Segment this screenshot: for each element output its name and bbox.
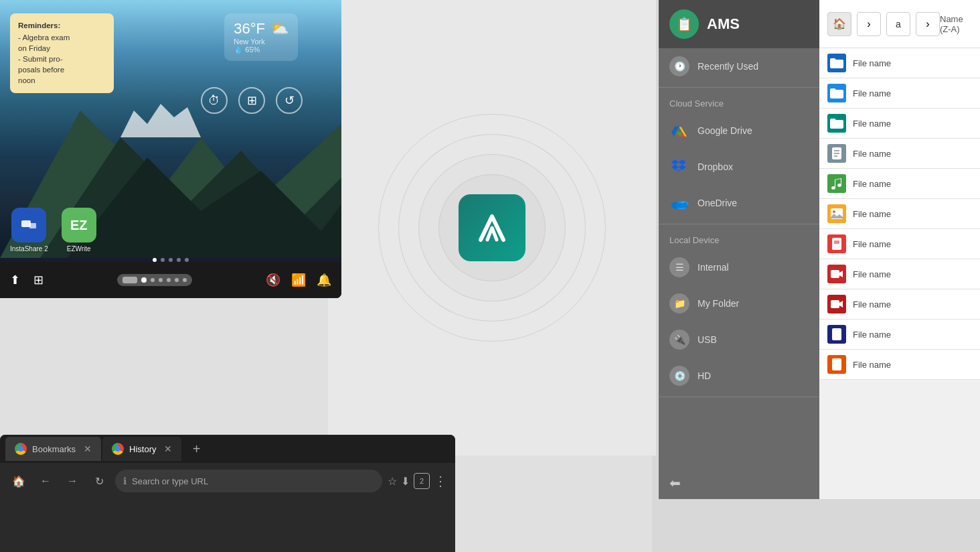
letter-a-button[interactable]: a [886,12,910,36]
tablet-nav-center [117,274,192,286]
home-button[interactable]: 🏠 [8,470,29,492]
tab-history-close[interactable]: ✕ [164,443,172,454]
hd-icon: 💿 [669,366,689,386]
dot-inactive-4 [175,278,179,282]
divider-1 [659,87,819,88]
file-name-7: File name [853,239,891,249]
add-tab-button[interactable]: + [185,438,207,460]
file-item-5[interactable]: File name [819,169,980,199]
file-item-2[interactable]: File name [819,78,980,109]
file-item-3[interactable]: File name [819,109,980,139]
timer-icon-1[interactable]: ⏱ [201,87,228,114]
dot-inactive-1 [151,278,155,282]
grid-icon[interactable]: ⊞ [33,273,44,287]
sidebar-item-recently-used[interactable]: 🕐 Recently Used [659,48,819,84]
divider-2 [659,224,819,224]
sidebar-item-google-drive[interactable]: Google Drive [659,113,819,149]
recently-used-label: Recently Used [698,61,758,72]
instashare-label: InstaShare 2 [10,245,48,253]
file-item-4[interactable]: File name [819,139,980,169]
file-item-8[interactable]: File name [819,259,980,289]
word-icon-10: W [827,325,846,344]
timer-icon-3[interactable]: ↺ [276,87,303,114]
sidebar-item-usb[interactable]: 🔌 USB [659,322,819,358]
file-name-10: File name [853,330,891,340]
video-icon-9 [827,295,846,314]
tab-bookmarks-close[interactable]: ✕ [84,443,92,454]
instashare-icon [11,208,46,243]
weather-city: New York [234,38,289,46]
tab-count-badge[interactable]: 2 [414,473,430,489]
sidebar-item-dropbox[interactable]: Dropbox [659,149,819,185]
svg-marker-3 [120,104,201,137]
address-bar[interactable]: ℹ Search or type URL [115,470,382,492]
file-name-3: File name [853,119,891,129]
reminders-title: Reminders: [18,20,106,31]
file-item-9[interactable]: File name [819,289,980,320]
svg-text:W: W [833,332,839,339]
filelist-nav: 🏠 › a › [827,12,940,36]
onedrive-label: OneDrive [698,198,737,208]
folder-icon-3 [827,114,846,133]
app-instashare[interactable]: InstaShare 2 [10,208,48,253]
ppt-icon-7 [827,234,846,253]
browser-toolbar: 🏠 ← → ↻ ℹ Search or type URL ☆ ⬇ 2 ⋮ [0,463,455,499]
timer-icon-2[interactable]: ⊞ [238,87,265,114]
weather-icon: ⛅ [270,20,289,38]
svg-text:ZIP: ZIP [833,363,840,368]
tablet-nav-left: ⬆ ⊞ [10,273,44,287]
share-icon[interactable]: ⬆ [10,273,20,287]
sidebar-logout[interactable]: ⬅ [659,467,819,499]
tab-bookmarks[interactable]: Bookmarks ✕ [5,437,101,461]
hd-label: HD [698,370,711,381]
file-item-10[interactable]: W File name [819,320,980,350]
browser-panel: Bookmarks ✕ History ✕ + 🏠 ← → ↻ ℹ Search… [0,435,455,552]
file-item-6[interactable]: File name [819,199,980,229]
app-ezwrite[interactable]: EZ EZWrite [62,208,96,253]
sort-label: Name (Z-A) [940,14,972,34]
home-button[interactable]: 🏠 [827,12,851,36]
dot-inactive-5 [183,278,187,282]
tab-count: 2 [420,477,424,485]
usb-label: USB [698,334,717,345]
tab-bookmarks-label: Bookmarks [32,444,76,454]
my-folder-icon: 📁 [669,293,689,314]
divider-3 [659,397,819,397]
google-drive-label: Google Drive [698,125,752,136]
download-icon[interactable]: ⬇ [401,475,410,488]
chevron-right-button[interactable]: › [857,12,881,36]
file-name-1: File name [853,58,891,68]
sidebar-item-my-folder[interactable]: 📁 My Folder [659,285,819,322]
internal-label: Internal [698,262,729,273]
dot-active [141,277,147,283]
star-icon[interactable]: ☆ [388,475,397,488]
nfc-rings [378,114,606,342]
bell-icon[interactable]: 🔔 [317,273,331,287]
status-bar-indicator [122,277,137,283]
chrome-icon-2 [112,443,124,455]
chevron-right-button-2[interactable]: › [916,12,940,36]
back-button[interactable]: ← [35,470,56,492]
mute-icon[interactable]: 🔇 [266,273,280,287]
tab-history[interactable]: History ✕ [102,437,181,461]
file-item-1[interactable]: File name [819,48,980,78]
usb-icon: 🔌 [669,330,689,350]
file-item-11[interactable]: ZIP File name [819,350,980,380]
file-name-8: File name [853,269,891,279]
wifi-icon[interactable]: 📶 [291,273,306,287]
sidebar-item-onedrive[interactable]: OneDrive [659,185,819,221]
humidity-value: 65% [245,46,260,54]
svg-point-14 [833,210,835,213]
ezwrite-label: EZWrite [67,245,91,253]
center-widget [328,0,656,456]
recently-used-icon: 🕐 [669,56,689,76]
refresh-button[interactable]: ↻ [88,470,110,492]
forward-button[interactable]: → [62,470,83,492]
sidebar-item-internal[interactable]: ☰ Internal [659,249,819,285]
center-pill [117,274,192,286]
svg-rect-16 [834,240,839,244]
file-item-7[interactable]: File name [819,229,980,259]
sidebar-item-hd[interactable]: 💿 HD [659,358,819,394]
file-name-5: File name [853,179,891,189]
menu-icon[interactable]: ⋮ [434,473,447,489]
